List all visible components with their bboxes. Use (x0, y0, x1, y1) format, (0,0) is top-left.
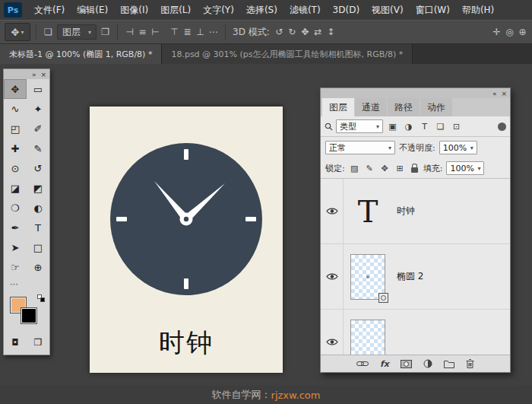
menu-image[interactable]: 图像(I) (114, 4, 154, 17)
visibility-cell[interactable] (321, 179, 344, 243)
layer-row-partial[interactable] (321, 310, 510, 355)
type-tool[interactable]: T (27, 218, 49, 237)
menu-layer[interactable]: 图层(L) (154, 4, 197, 17)
opacity-dropdown[interactable]: 100% ▾ (439, 141, 477, 154)
visibility-cell[interactable] (321, 244, 344, 309)
background-color-swatch[interactable] (21, 307, 37, 324)
more-align-options-button[interactable]: ⋯ (207, 27, 220, 37)
align-center-button[interactable]: ≡ (136, 27, 149, 37)
menu-window[interactable]: 窗口(W) (410, 4, 456, 17)
document-tab-18psd[interactable]: 18.psd @ 301% (ps怎么用椭圆工具绘制相机图标, RGB/8) * (162, 44, 413, 64)
close-icon[interactable]: × (40, 71, 46, 78)
clone-stamp-tool[interactable]: ⊙ (4, 158, 27, 178)
menu-select[interactable]: 选择(S) (240, 4, 283, 17)
layer-filter-row: 类型 ▾ ▣ ◑ T ❏ ⊡ (321, 116, 510, 137)
tab-layers[interactable]: 图层 (322, 98, 354, 116)
layer-name[interactable]: 时钟 (397, 205, 415, 218)
quick-mask-button[interactable]: ◘ (4, 333, 27, 352)
lock-artboard-icon[interactable]: ⊞ (394, 164, 406, 173)
3d-roll-icon[interactable]: ↻ (286, 27, 299, 37)
tab-paths[interactable]: 路径 (388, 98, 420, 116)
brush-tool[interactable]: ✎ (27, 138, 49, 158)
collapse-panel-icon[interactable]: « (492, 90, 497, 97)
3d-orbit-icon[interactable]: ↺ (273, 27, 286, 37)
document-tab-untitled[interactable]: 未标题-1 @ 100% (椭圆 1, RGB/8) * (0, 44, 162, 64)
history-brush-tool[interactable]: ↺ (27, 158, 49, 178)
layer-thumbnail[interactable] (344, 254, 392, 300)
document-canvas[interactable]: 时钟 (90, 107, 283, 373)
pen-tool[interactable]: ✒ (4, 218, 27, 237)
rectangular-marquee-tool[interactable]: ▭ (27, 79, 49, 99)
rectangle-tool[interactable]: □ (27, 237, 49, 257)
align-top-button[interactable]: ⊤ (168, 27, 181, 37)
layer-name[interactable]: 椭圆 2 (397, 270, 423, 283)
gradient-tool[interactable]: ◩ (27, 178, 49, 198)
lock-position-icon[interactable]: ✥ (379, 164, 391, 173)
3d-scale-icon[interactable]: ↕ (325, 27, 337, 37)
options-extra-icon-3[interactable]: ⊕ (516, 27, 529, 37)
lasso-tool[interactable]: ∿ (4, 99, 27, 119)
eyedropper-tool[interactable]: ✐ (27, 119, 49, 138)
filter-adjustment-layers-icon[interactable]: ◑ (402, 122, 415, 132)
layer-filtering-toggle[interactable] (498, 122, 506, 131)
auto-select-target-dropdown[interactable]: 图层 ▾ (57, 24, 97, 40)
layer-thumbnail[interactable] (344, 320, 392, 355)
collapse-panel-icon[interactable]: » (32, 71, 36, 78)
crop-tool[interactable]: ◰ (4, 119, 27, 138)
layer-row-ellipse2[interactable]: 椭圆 2 (321, 244, 510, 310)
blend-mode-dropdown[interactable]: 正常 ▾ (325, 141, 395, 154)
fill-dropdown[interactable]: 100% ▾ (446, 161, 484, 175)
menu-filter[interactable]: 滤镜(T) (283, 4, 327, 17)
edit-toolbar-button[interactable]: ⋯ (4, 277, 49, 291)
filter-type-dropdown[interactable]: 类型 ▾ (336, 119, 383, 133)
menu-file[interactable]: 文件(F) (28, 4, 71, 17)
show-transform-controls-icon[interactable]: ❐ (99, 27, 112, 37)
menu-view[interactable]: 视图(V) (366, 4, 410, 17)
menu-3d[interactable]: 3D(D) (327, 5, 366, 15)
new-group-icon[interactable] (444, 360, 454, 368)
3d-pan-icon[interactable]: ✥ (299, 27, 312, 37)
close-icon[interactable]: × (501, 90, 507, 97)
link-layers-icon[interactable] (356, 361, 369, 367)
screen-mode-button[interactable]: ❐ (27, 333, 49, 352)
dodge-tool[interactable]: ◐ (27, 198, 49, 218)
align-left-button[interactable]: ⊣ (123, 27, 136, 37)
menu-bar: Ps 文件(F) 编辑(E) 图像(I) 图层(L) 文字(Y) 选择(S) 滤… (0, 0, 532, 20)
filter-pixel-layers-icon[interactable]: ▣ (386, 122, 399, 132)
default-colors-icon[interactable] (37, 294, 45, 302)
zoom-tool[interactable]: ⊕ (27, 257, 49, 277)
align-middle-button[interactable]: ≣ (181, 27, 194, 37)
delete-layer-icon[interactable] (466, 359, 474, 368)
options-extra-icon-1[interactable]: ✛ (490, 27, 503, 37)
layer-row-text[interactable]: T 时钟 (321, 179, 510, 244)
3d-slide-icon[interactable]: ⇄ (312, 27, 325, 37)
align-bottom-button[interactable]: ⊥ (194, 27, 207, 37)
lock-transparent-pixels-icon[interactable]: ▨ (349, 164, 360, 173)
tab-actions[interactable]: 动作 (420, 98, 452, 116)
menu-help[interactable]: 帮助(H) (456, 4, 500, 17)
auto-select-layers-icon[interactable]: ❏ (42, 27, 55, 37)
current-tool-button[interactable]: ✥ ▾ (5, 23, 30, 41)
move-tool[interactable]: ✥ (4, 79, 27, 99)
lock-image-pixels-icon[interactable]: ✎ (364, 164, 375, 173)
lock-all-icon[interactable] (411, 167, 418, 173)
blur-tool[interactable]: ❍ (4, 198, 27, 218)
tab-channels[interactable]: 通道 (355, 98, 387, 116)
hand-tool[interactable]: ☞ (4, 257, 27, 277)
filter-type-layers-icon[interactable]: T (418, 122, 431, 132)
layer-style-fx-icon[interactable]: fx (380, 359, 389, 369)
menu-edit[interactable]: 编辑(E) (71, 4, 114, 17)
healing-brush-tool[interactable]: ✚ (4, 138, 27, 158)
filter-shape-layers-icon[interactable]: ❏ (434, 122, 447, 132)
layer-thumbnail[interactable]: T (344, 194, 392, 229)
visibility-cell[interactable] (321, 310, 344, 355)
menu-type[interactable]: 文字(Y) (197, 4, 240, 17)
adjustment-layer-icon[interactable] (423, 359, 432, 368)
eraser-tool[interactable]: ◪ (4, 178, 27, 198)
filter-smart-objects-icon[interactable]: ⊡ (450, 122, 463, 132)
add-layer-mask-icon[interactable] (401, 360, 412, 368)
align-right-button[interactable]: ⊢ (149, 27, 162, 37)
quick-selection-tool[interactable]: ✦ (27, 99, 49, 119)
path-selection-tool[interactable]: ➤ (4, 237, 27, 257)
options-extra-icon-2[interactable]: ◎ (503, 27, 516, 37)
